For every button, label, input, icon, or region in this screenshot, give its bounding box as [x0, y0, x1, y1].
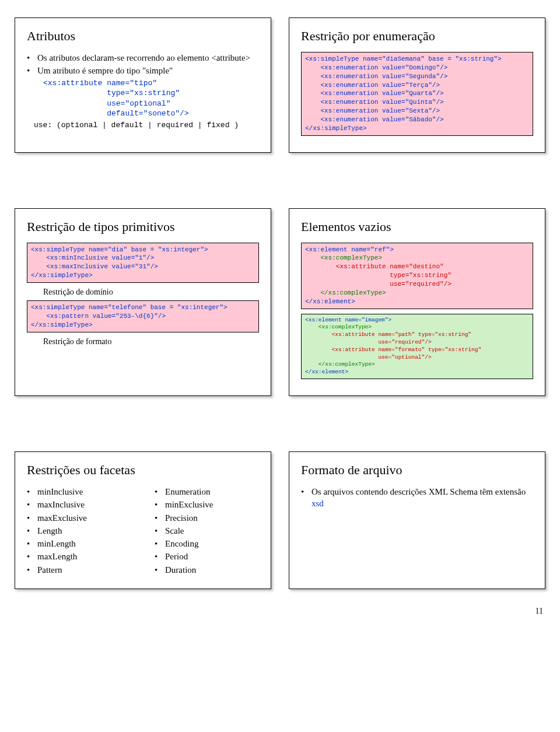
- code-line: <xs:pattern value="253-\d{6}"/>: [31, 313, 166, 320]
- code-box-dominio: <xs:simpleType name="dia" base = "xs:int…: [27, 243, 259, 283]
- code-line: use="optional": [43, 99, 259, 109]
- facet-item: Encoding: [155, 538, 259, 549]
- note: Restrição de formato: [27, 337, 259, 346]
- facet-item: maxExclusive: [27, 512, 131, 524]
- slide-restricao-enum: Restrição por enumeração <xs:simpleType …: [289, 17, 545, 153]
- code-line: type="xs:string": [305, 272, 452, 279]
- facets-col-a: minInclusive maxInclusive maxExclusive L…: [27, 486, 131, 577]
- code-line: </xs:element>: [305, 369, 348, 375]
- slide-title: Restrição por enumeração: [301, 29, 533, 44]
- facet-item: Duration: [155, 564, 259, 576]
- usage-note: use: (optional | default | required | fi…: [27, 120, 259, 131]
- slide-title: Elementos vazios: [301, 219, 533, 234]
- facet-item: Length: [27, 525, 131, 537]
- code-line: </xs:simpleType>: [31, 321, 93, 328]
- code-line: <xs:simpleType name="diaSemana" base = "…: [305, 55, 502, 62]
- bullet: Os atributos declaram-se recorrendo ao e…: [27, 52, 259, 64]
- bullet: Um atributo é sempre do tipo "simple": [27, 65, 259, 76]
- code-line: type="xs:string": [43, 88, 259, 99]
- code-line: </xs:simpleType>: [305, 125, 367, 132]
- facets-columns: minInclusive maxInclusive maxExclusive L…: [27, 486, 259, 577]
- slide-elementos-vazios: Elementos vazios <xs:element name="ref">…: [289, 208, 545, 396]
- facets-col-b: Enumeration minExclusive Precision Scale…: [155, 486, 259, 577]
- slide-title: Formato de arquivo: [301, 463, 533, 478]
- code-box-formato: <xs:simpleType name="telefone" base = "x…: [27, 300, 259, 332]
- code-line: <xs:enumeration value="Domingo"/>: [305, 64, 447, 71]
- facet-item: Enumeration: [155, 486, 259, 498]
- code-line: <xs:enumeration value="Terça"/>: [305, 82, 440, 89]
- slide-atributos: Atributos Os atributos declaram-se recor…: [15, 17, 271, 153]
- code-line: <xs:maxInclusive value="31"/>: [31, 263, 158, 270]
- bullet: Os arquivos contendo descrições XML Sche…: [301, 486, 533, 510]
- slide-restricao-primitivos: Restrição de tipos primitivos <xs:simple…: [15, 208, 271, 396]
- code-line: <xs:complexType>: [305, 324, 372, 330]
- code-line: <xs:simpleType name="telefone" base = "x…: [31, 304, 228, 311]
- code-line: <xs:attribute name="destino": [305, 263, 444, 270]
- code-line: use="optional"/>: [305, 354, 432, 360]
- facet-item: maxInclusive: [27, 499, 131, 510]
- code-line: default="soneto"/>: [43, 108, 259, 119]
- xsd-extension: xsd: [312, 499, 324, 508]
- code-line: </xs:simpleType>: [31, 272, 93, 279]
- code-line: </xs:complexType>: [305, 289, 386, 296]
- code-line: <xs:enumeration value="Segunda"/>: [305, 73, 447, 80]
- code-box: <xs:simpleType name="diaSemana" base = "…: [301, 52, 533, 136]
- page-number: 11: [15, 607, 545, 616]
- facet-item: maxLength: [27, 551, 131, 562]
- code-line: <xs:enumeration value="Quarta"/>: [305, 90, 444, 97]
- code-line: use="required"/>: [305, 281, 452, 288]
- code-block: <xs:attribute name="tipo" type="xs:strin…: [27, 78, 259, 119]
- code-line: <xs:enumeration value="Quinta"/>: [305, 99, 444, 106]
- code-line: <xs:simpleType name="dia" base = "xs:int…: [31, 246, 208, 253]
- facet-item: Pattern: [27, 564, 131, 576]
- code-line: <xs:enumeration value="Sexta"/>: [305, 107, 440, 114]
- code-line: <xs:element name="ref">: [305, 246, 394, 253]
- slide-title: Atributos: [27, 29, 259, 44]
- code-line: <xs:attribute name="formato" type="xs:st…: [305, 346, 481, 353]
- facet-item: Precision: [155, 512, 259, 524]
- bullet-text: Os arquivos contendo descrições XML Sche…: [312, 487, 526, 496]
- facet-item: minInclusive: [27, 486, 131, 498]
- code-line: <xs:minInclusive value="1"/>: [31, 254, 154, 261]
- facet-item: Scale: [155, 525, 259, 537]
- code-line: <xs:complexType>: [305, 254, 382, 261]
- slide-title: Restrições ou facetas: [27, 463, 259, 478]
- code-line: <xs:attribute name="tipo": [43, 78, 259, 89]
- code-line: use="required"/>: [305, 339, 432, 345]
- slide-formato-arquivo: Formato de arquivo Os arquivos contendo …: [289, 451, 545, 589]
- code-box-imagem: <xs:element name="imagem"> <xs:complexTy…: [301, 314, 533, 380]
- facet-item: minLength: [27, 538, 131, 549]
- code-line: <xs:element name="imagem">: [305, 317, 391, 323]
- code-line: <xs:attribute name="path" type="xs:strin…: [305, 331, 471, 338]
- code-line: </xs:complexType>: [305, 361, 375, 367]
- code-line: <xs:enumeration value="Sábado"/>: [305, 116, 444, 123]
- facet-item: Period: [155, 551, 259, 562]
- slide-title: Restrição de tipos primitivos: [27, 219, 259, 234]
- code-box-ref: <xs:element name="ref"> <xs:complexType>…: [301, 243, 533, 309]
- note: Restrição de domínio: [27, 288, 259, 297]
- facet-item: minExclusive: [155, 499, 259, 510]
- code-line: </xs:element>: [305, 298, 355, 305]
- slide-facetas: Restrições ou facetas minInclusive maxIn…: [15, 451, 271, 589]
